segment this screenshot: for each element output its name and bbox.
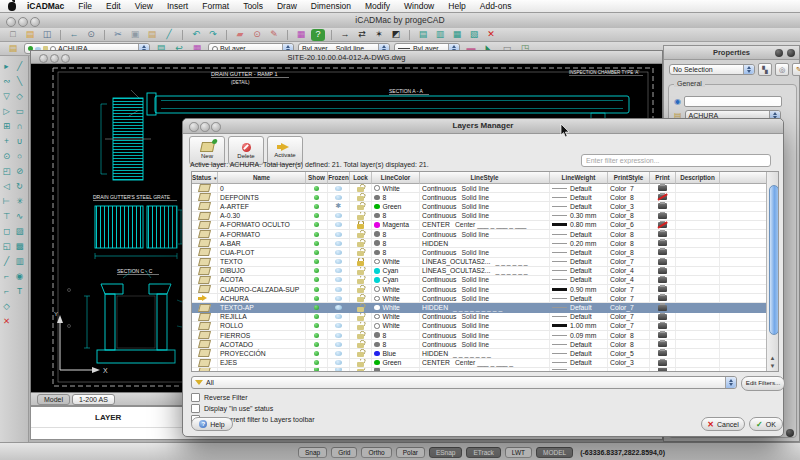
cell-linestyle[interactable]: ContinuousSolid line (420, 202, 550, 211)
cell-description[interactable] (676, 202, 720, 211)
cell-printstyle[interactable]: Color_8 (608, 212, 650, 221)
filter-combo[interactable]: All (191, 376, 737, 389)
cell-linestyle[interactable]: HIDDEN_ _ _ _ _ _ _ (420, 349, 550, 358)
cell-linecolor[interactable]: White (372, 184, 420, 193)
layer-row-ACOTADO[interactable]: ACOTADO 8 ContinuousSolid line Default C… (192, 340, 778, 349)
cell-linestyle[interactable]: ContinuousSolid line (420, 285, 550, 294)
toggle-lwt[interactable]: LWT (505, 447, 532, 458)
column-print[interactable]: Print (650, 172, 676, 184)
cell-show[interactable] (306, 248, 328, 257)
dialog-zoom-button[interactable] (211, 122, 221, 132)
column-printstyle[interactable]: PrintStyle (608, 172, 650, 184)
cell-linestyle[interactable]: ContinuousSolid line (420, 230, 550, 239)
cell-linestyle[interactable]: ContinuousSolid line (420, 294, 550, 303)
cell-frozen[interactable] (328, 359, 350, 368)
layer-isolate-icon[interactable]: ▥ (433, 29, 447, 41)
dialog-title-bar[interactable]: Layers Manager (183, 119, 783, 134)
filter-expression-input[interactable] (581, 154, 771, 167)
cell-show[interactable] (306, 239, 328, 248)
cell-print[interactable] (650, 212, 676, 221)
menu-tools[interactable]: Tools (236, 0, 270, 13)
cell-lock[interactable] (350, 276, 372, 285)
cell-show[interactable] (306, 202, 328, 211)
cell-frozen[interactable] (328, 212, 350, 221)
cell-frozen[interactable] (328, 303, 350, 312)
cell-lock[interactable] (350, 349, 372, 358)
cell-printstyle[interactable]: Color_8 (608, 230, 650, 239)
column-frozen[interactable]: Frozen (328, 172, 350, 184)
cell-description[interactable] (676, 303, 720, 312)
cell-description[interactable] (676, 267, 720, 276)
copy-icon[interactable]: ▣ (128, 29, 142, 41)
toggle-ortho[interactable]: Ortho (361, 447, 391, 458)
cell-lineweight[interactable]: Default (550, 202, 608, 211)
cell-linestyle[interactable]: HIDDEN_ _ _ _ _ _ _ _ _ (420, 239, 550, 248)
rotate-tool-icon[interactable]: ⊙ (0, 148, 13, 163)
menu-help[interactable]: Help (441, 0, 472, 13)
cell-frozen[interactable] (328, 248, 350, 257)
cell-lock[interactable] (350, 313, 372, 322)
cell-show[interactable] (306, 230, 328, 239)
cell-printstyle[interactable]: Color_7 (608, 322, 650, 331)
cell-linestyle[interactable]: LÍNEAS_OCULTAS2..._ _ _ _ _ _ (420, 258, 550, 267)
cell-frozen[interactable] (328, 340, 350, 349)
cell-show[interactable] (306, 285, 328, 294)
cell-print[interactable] (650, 340, 676, 349)
offset-tool-icon[interactable]: ◱ (0, 238, 13, 253)
menu-format[interactable]: Format (195, 0, 236, 13)
select-entities-button[interactable]: ▚ (758, 63, 772, 76)
cell-show[interactable] (306, 221, 328, 230)
array-tool-icon[interactable]: ⊞ (0, 118, 13, 133)
cell-lineweight[interactable]: Default (550, 294, 608, 303)
menu-icadmac[interactable]: iCADMac (20, 0, 71, 13)
help-button[interactable]: ?Help (191, 417, 233, 431)
filter-combo-stepper[interactable] (725, 377, 736, 388)
tab-model[interactable]: Model (37, 394, 70, 405)
dialog-minimize-button[interactable] (200, 122, 210, 132)
cell-linecolor[interactable]: Cyan (372, 276, 420, 285)
hatch-tool-icon[interactable]: ▨ (13, 223, 26, 238)
layer-row-A-BAR[interactable]: A-BAR 8 HIDDEN_ _ _ _ _ _ _ _ _ 0.20 mm … (192, 239, 778, 248)
cell-lock[interactable] (350, 202, 372, 211)
cell-printstyle[interactable]: Color_8 (608, 248, 650, 257)
cell-linestyle[interactable]: ContinuousSolid line (420, 248, 550, 257)
redo-icon[interactable]: ↷ (206, 29, 220, 41)
layer-freeze-icon[interactable]: ▦ (450, 29, 464, 41)
cell-description[interactable] (676, 230, 720, 239)
cancel-button[interactable]: ✕Cancel (701, 417, 745, 431)
cell-description[interactable] (676, 276, 720, 285)
cell-description[interactable] (676, 340, 720, 349)
cell-printstyle[interactable]: Color_5 (608, 349, 650, 358)
cell-lock[interactable] (350, 193, 372, 202)
cell-lock[interactable] (350, 368, 372, 372)
cell-lock[interactable] (350, 294, 372, 303)
break-tool-icon[interactable]: ╱ (0, 253, 13, 268)
layer-row-A-ARTEF[interactable]: A-ARTEF ✱ Green ContinuousSolid line Def… (192, 202, 778, 211)
cell-linecolor[interactable]: Green (372, 359, 420, 368)
cell-print[interactable] (650, 267, 676, 276)
cell-linestyle[interactable]: ContinuousSolid line (420, 331, 550, 340)
layer-row-DIBUJO[interactable]: DIBUJO Cyan LÍNEAS_OCULTAS2..._ _ _ _ _ … (192, 267, 778, 276)
cell-lock[interactable] (350, 212, 372, 221)
cell-print[interactable] (650, 239, 676, 248)
cell-description[interactable] (676, 193, 720, 202)
spline-tool-icon[interactable]: ∿ (13, 208, 26, 223)
find-magnifier-icon[interactable]: ⊙ (250, 29, 264, 41)
text-tool-icon[interactable]: T (13, 283, 26, 298)
cell-lineweight[interactable]: Default (550, 184, 608, 193)
layer-row-TEXTO-AP[interactable]: TEXTO-AP White HIDDEN_ _ _ _ _ _ _ _ _ D… (192, 303, 778, 312)
scroll-down-arrow[interactable]: ▼ (769, 363, 776, 370)
move-tool-icon[interactable]: → (338, 29, 352, 41)
cell-linecolor[interactable]: 8 (372, 331, 420, 340)
cell-frozen[interactable] (328, 221, 350, 230)
cell-linecolor[interactable]: Cyan (372, 267, 420, 276)
cell-linestyle[interactable]: CENTERCenter ___ _ ___ _ ___ (420, 221, 550, 230)
cell-show[interactable] (306, 303, 328, 312)
cell-frozen[interactable] (328, 267, 350, 276)
layer-row-A-FORMATO[interactable]: A-FORMATO 8 ContinuousSolid line Default… (192, 230, 778, 239)
cell-lineweight[interactable]: Default (550, 340, 608, 349)
trim-tool-icon[interactable]: ◁ (0, 178, 13, 193)
cell-frozen[interactable] (328, 230, 350, 239)
cell-show[interactable] (306, 340, 328, 349)
cell-printstyle[interactable]: Color_4 (608, 267, 650, 276)
